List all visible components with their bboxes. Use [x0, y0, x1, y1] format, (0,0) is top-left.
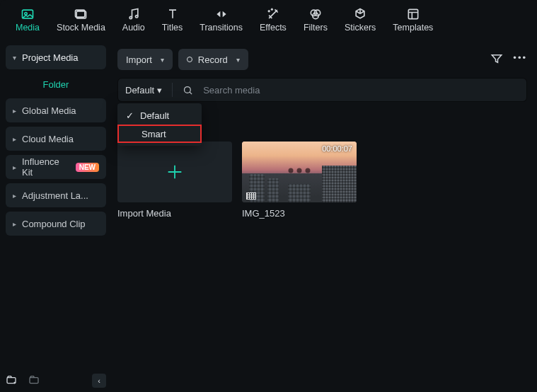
tab-transitions[interactable]: Transitions	[191, 0, 251, 40]
tab-transitions-label: Transitions	[200, 23, 243, 33]
sidebar-subitem-label: Folder	[43, 79, 69, 90]
search-row: Default ▾	[117, 78, 527, 102]
tab-audio[interactable]: Audio	[114, 0, 154, 40]
tab-templates-label: Templates	[393, 23, 433, 33]
chevron-down-icon: ▾	[161, 56, 164, 64]
tab-effects-label: Effects	[260, 23, 287, 33]
clip-name: IMG_1523	[242, 208, 357, 219]
check-icon: ✓	[125, 110, 134, 121]
record-icon	[187, 57, 192, 62]
filters-icon	[308, 7, 323, 21]
sidebar-item-global-media[interactable]: ▸ Global Media	[6, 98, 106, 122]
tab-filters-label: Filters	[304, 23, 328, 33]
more-icon[interactable]: •••	[513, 52, 527, 67]
sidebar-item-label: Influence Kit	[22, 156, 70, 178]
tab-titles-label: Titles	[162, 23, 183, 33]
sort-option-label: Default	[140, 110, 169, 121]
new-folder-icon[interactable]	[6, 374, 17, 388]
media-clip-card[interactable]: 00:00:07 IMG_1523	[242, 142, 357, 219]
templates-icon	[406, 7, 420, 21]
chevron-down-icon: ▾	[236, 56, 240, 64]
sidebar-item-project-media[interactable]: ▾ Project Media	[6, 45, 106, 69]
chevron-right-icon: ▸	[13, 192, 16, 200]
tab-audio-label: Audio	[122, 23, 145, 33]
content-toolbar: Import ▾ Record ▾ •••	[117, 45, 527, 74]
svg-point-12	[185, 86, 191, 93]
divider	[172, 83, 173, 97]
new-badge: NEW	[76, 163, 99, 172]
search-input[interactable]	[203, 85, 519, 96]
tab-titles[interactable]: Titles	[154, 0, 191, 40]
svg-point-1	[25, 13, 27, 15]
clip-duration: 00:00:07	[322, 144, 352, 153]
media-grid: Import Media 00:00:07 IMG_1523	[117, 142, 527, 219]
top-tabs: Media Stock Media Audio Titles Transitio…	[0, 0, 537, 40]
chevron-down-icon: ▾	[157, 85, 162, 96]
sort-option-smart[interactable]: Smart	[117, 125, 202, 143]
svg-point-5	[135, 16, 137, 18]
sidebar-item-label: Compound Clip	[22, 219, 86, 229]
sidebar-item-label: Project Media	[22, 52, 78, 63]
sort-option-default[interactable]: ✓ Default	[117, 106, 202, 125]
import-label: Import	[126, 54, 152, 65]
chevron-right-icon: ▸	[13, 135, 16, 143]
svg-rect-11	[30, 377, 38, 383]
tab-stickers[interactable]: Stickers	[336, 0, 384, 40]
filter-icon[interactable]	[490, 52, 503, 67]
search-icon	[183, 85, 193, 96]
audio-icon	[127, 7, 141, 21]
tab-templates[interactable]: Templates	[384, 0, 441, 40]
effects-icon	[266, 7, 280, 21]
tab-filters[interactable]: Filters	[295, 0, 336, 40]
chevron-right-icon: ▸	[13, 107, 16, 115]
sidebar-item-cloud-media[interactable]: ▸ Cloud Media	[6, 127, 106, 151]
import-media-card[interactable]: Import Media	[117, 142, 232, 219]
import-media-thumb	[117, 142, 232, 202]
sort-label: Default	[125, 85, 154, 96]
media-icon	[21, 7, 35, 21]
sidebar-item-compound-clip[interactable]: ▸ Compound Clip	[6, 212, 106, 236]
clip-thumbnail: 00:00:07	[242, 142, 357, 202]
svg-rect-9	[408, 9, 417, 18]
stickers-icon	[353, 7, 367, 21]
svg-point-4	[129, 16, 132, 18]
transitions-icon	[214, 7, 229, 21]
sidebar-item-label: Cloud Media	[22, 134, 74, 144]
chevron-right-icon: ▸	[13, 220, 16, 228]
chevron-down-icon: ▾	[13, 54, 16, 62]
sidebar-item-influence-kit[interactable]: ▸ Influence Kit NEW	[6, 155, 106, 179]
tab-media[interactable]: Media	[7, 0, 48, 40]
sidebar-item-label: Global Media	[22, 105, 76, 116]
import-media-label: Import Media	[117, 208, 232, 219]
tab-effects[interactable]: Effects	[251, 0, 295, 40]
record-button[interactable]: Record ▾	[178, 49, 248, 70]
sort-dropdown-menu: ✓ Default Smart	[117, 103, 202, 146]
folder-icon[interactable]	[28, 374, 40, 388]
tab-stock-media[interactable]: Stock Media	[48, 0, 114, 40]
video-type-icon	[246, 192, 256, 200]
import-button[interactable]: Import ▾	[117, 49, 173, 70]
sort-dropdown[interactable]: Default ▾	[125, 85, 162, 96]
sidebar-subitem-folder[interactable]: Folder	[6, 74, 106, 98]
sidebar-item-adjustment-layer[interactable]: ▸ Adjustment La...	[6, 183, 106, 207]
tab-media-label: Media	[16, 23, 40, 33]
stock-icon	[74, 7, 88, 21]
content-area: Import ▾ Record ▾ ••• Default ▾	[112, 40, 537, 392]
sidebar: ▾ Project Media Folder ▸ Global Media ▸ …	[0, 40, 112, 392]
titles-icon	[166, 7, 180, 21]
tab-stickers-label: Stickers	[345, 23, 376, 33]
collapse-sidebar-button[interactable]: ‹	[92, 374, 106, 388]
sidebar-item-label: Adjustment La...	[22, 190, 88, 201]
tab-stock-label: Stock Media	[57, 23, 105, 33]
record-label: Record	[198, 54, 228, 65]
sort-option-label: Smart	[142, 129, 166, 139]
chevron-right-icon: ▸	[13, 163, 16, 171]
